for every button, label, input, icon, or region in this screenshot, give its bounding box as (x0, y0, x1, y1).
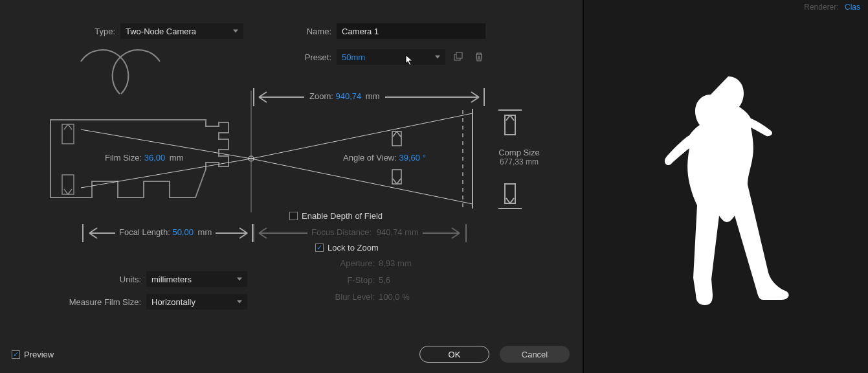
preview-label: Preview (24, 350, 54, 359)
renderer-value[interactable]: Clas (845, 3, 860, 12)
angle-value[interactable]: 39,60 (399, 153, 421, 163)
zoom-value[interactable]: 940,74 (335, 91, 361, 101)
angle-unit: ° (423, 153, 426, 163)
renderer-label: Renderer: (804, 3, 838, 12)
svg-line-7 (81, 159, 251, 188)
fstop-label: F-Stop: (297, 275, 375, 285)
units-value: millimeters (151, 275, 192, 284)
lock-zoom-label: Lock to Zoom (328, 243, 379, 253)
angle-label: Angle of View: (343, 153, 397, 163)
type-select[interactable]: Two-Node Camera (120, 23, 243, 39)
focal-length-value[interactable]: 50,00 (172, 227, 194, 237)
blur-label: Blur Level: (297, 292, 375, 302)
chevron-down-icon (237, 278, 242, 281)
chevron-down-icon (237, 300, 242, 304)
name-value: Camera 1 (342, 27, 379, 36)
chevron-down-icon (233, 30, 238, 33)
units-select[interactable]: millimeters (146, 271, 247, 287)
camera-diagram: Zoom: 940,74 mm Film Size: 36,00 mm Angl… (45, 52, 537, 214)
comp-size-label: Comp Size (493, 148, 545, 157)
svg-rect-20 (392, 170, 401, 184)
name-input[interactable]: Camera 1 (337, 23, 485, 39)
focal-length-unit: mm (198, 227, 212, 237)
camera-settings-dialog: Type: Two-Node Camera Name: Camera 1 Pre… (0, 0, 583, 373)
cancel-button[interactable]: Cancel (500, 346, 570, 363)
focus-distance-label: Focus Distance: (311, 227, 372, 237)
composition-preview: Renderer: Clas (583, 0, 868, 373)
svg-rect-19 (392, 131, 401, 146)
enable-dof-label: Enable Depth of Field (302, 211, 383, 221)
blur-value: 100,0 % (379, 292, 410, 302)
preview-checkbox[interactable] (12, 350, 20, 359)
comp-size-value: 677,33 mm (493, 157, 545, 166)
preview-silhouette (652, 71, 801, 326)
svg-line-8 (251, 113, 473, 159)
svg-rect-17 (505, 115, 515, 135)
zoom-unit: mm (366, 91, 380, 101)
ok-button[interactable]: OK (419, 346, 489, 363)
film-size-label: Film Size: (105, 153, 142, 163)
film-size-unit: mm (170, 153, 184, 163)
svg-rect-3 (62, 175, 74, 194)
measure-select[interactable]: Horizontally (146, 294, 247, 310)
measure-label: Measure Film Size: (63, 297, 141, 307)
type-label: Type: (76, 27, 115, 36)
focus-distance-value: 940,74 mm (377, 227, 419, 237)
aperture-label: Aperture: (297, 258, 375, 268)
lock-zoom-checkbox[interactable] (315, 243, 324, 252)
svg-rect-2 (62, 124, 74, 144)
aperture-value: 8,93 mm (379, 258, 412, 268)
units-label: Units: (63, 275, 141, 284)
fstop-value: 5,6 (379, 275, 390, 285)
name-label: Name: (293, 27, 331, 36)
enable-dof-checkbox[interactable] (289, 212, 298, 220)
svg-line-9 (251, 159, 473, 204)
type-value: Two-Node Camera (126, 27, 196, 36)
measure-value: Horizontally (151, 297, 195, 307)
film-size-value[interactable]: 36,00 (144, 153, 166, 163)
svg-rect-18 (505, 184, 515, 203)
focal-length-label: Focal Length: (119, 227, 170, 237)
zoom-label: Zoom: (309, 91, 333, 101)
